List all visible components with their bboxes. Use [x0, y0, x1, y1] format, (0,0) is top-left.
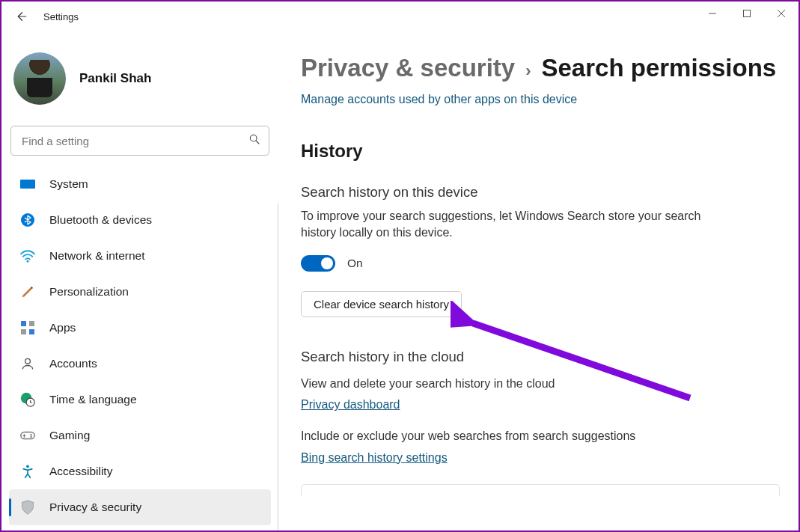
svg-point-19	[26, 465, 29, 468]
sidebar-item-personalization[interactable]: Personalization	[9, 274, 271, 310]
system-icon	[19, 176, 36, 192]
sidebar-item-label: Bluetooth & devices	[49, 213, 152, 227]
privacy-dashboard-link[interactable]: Privacy dashboard	[301, 398, 400, 412]
minimize-icon	[708, 9, 717, 18]
svg-point-8	[27, 260, 29, 263]
search-icon	[248, 133, 260, 148]
sidebar-item-label: Accessibility	[49, 465, 112, 478]
apps-icon	[19, 319, 36, 336]
sidebar-item-label: Accounts	[49, 357, 97, 370]
sidebar-item-privacy[interactable]: Privacy & security	[9, 489, 271, 525]
nav-list: System Bluetooth & devices Network & int…	[9, 166, 271, 525]
wifi-icon	[19, 248, 36, 264]
svg-rect-6	[20, 180, 35, 189]
next-card-stub	[301, 484, 780, 496]
chevron-right-icon: ›	[525, 61, 531, 81]
sidebar-item-system[interactable]: System	[9, 166, 271, 202]
svg-line-5	[256, 141, 259, 144]
close-button[interactable]	[764, 1, 799, 25]
svg-point-13	[25, 358, 31, 364]
user-name: Pankil Shah	[79, 71, 151, 86]
sidebar-item-label: System	[49, 177, 88, 191]
main-content: Privacy & security › Search permissions …	[278, 31, 799, 531]
window-title: Settings	[43, 11, 79, 22]
search-container	[10, 126, 269, 156]
device-history-desc: To improve your search suggestions, let …	[301, 208, 720, 242]
sidebar-divider	[278, 204, 278, 531]
paintbrush-icon	[19, 284, 36, 300]
device-history-toggle-row: On	[301, 255, 781, 272]
device-history-toggle[interactable]	[301, 255, 335, 272]
sidebar-item-label: Personalization	[49, 285, 129, 299]
cloud-history-title: Search history in the cloud	[301, 349, 781, 365]
cloud-history-desc2: Include or exclude your web searches fro…	[301, 428, 720, 444]
sidebar: Pankil Shah System Bluetooth & devices N…	[1, 31, 278, 531]
maximize-icon	[742, 9, 751, 18]
sidebar-item-label: Network & internet	[49, 249, 145, 263]
history-heading: History	[301, 141, 781, 162]
sidebar-item-apps[interactable]: Apps	[9, 310, 271, 346]
svg-rect-12	[29, 329, 34, 334]
close-icon	[777, 9, 786, 18]
shield-icon	[19, 499, 36, 516]
sidebar-item-label: Time & language	[49, 393, 137, 406]
sidebar-item-label: Gaming	[49, 429, 90, 442]
toggle-state-label: On	[347, 257, 363, 270]
back-arrow-icon	[14, 10, 28, 23]
svg-rect-10	[29, 321, 34, 326]
gamepad-icon	[19, 427, 36, 444]
sidebar-item-label: Privacy & security	[49, 501, 141, 514]
sidebar-item-label: Apps	[49, 321, 76, 334]
back-button[interactable]	[12, 7, 30, 25]
sidebar-item-gaming[interactable]: Gaming	[9, 418, 271, 453]
page-title: Search permissions	[542, 54, 777, 82]
svg-point-17	[30, 434, 31, 435]
minimize-button[interactable]	[695, 1, 730, 25]
globe-clock-icon	[19, 391, 36, 408]
breadcrumb-parent[interactable]: Privacy & security	[301, 54, 515, 82]
sidebar-item-accounts[interactable]: Accounts	[9, 346, 271, 382]
sidebar-item-network[interactable]: Network & internet	[9, 238, 271, 274]
svg-rect-1	[744, 10, 751, 17]
clear-history-button[interactable]: Clear device search history	[301, 291, 462, 317]
device-history-title: Search history on this device	[301, 184, 781, 201]
manage-accounts-link[interactable]: Manage accounts used by other apps on th…	[301, 93, 577, 106]
breadcrumb: Privacy & security › Search permissions	[301, 54, 781, 82]
maximize-button[interactable]	[730, 1, 764, 25]
svg-rect-11	[21, 329, 26, 334]
search-input[interactable]	[10, 126, 269, 156]
cloud-history-desc1: View and delete your search history in t…	[301, 376, 720, 392]
sidebar-item-time[interactable]: Time & language	[9, 382, 271, 418]
sidebar-item-accessibility[interactable]: Accessibility	[9, 453, 271, 489]
window-controls	[695, 1, 799, 25]
bluetooth-icon	[19, 212, 36, 228]
svg-point-18	[30, 436, 31, 438]
user-profile[interactable]: Pankil Shah	[9, 46, 271, 117]
person-icon	[19, 355, 36, 372]
sidebar-item-bluetooth[interactable]: Bluetooth & devices	[9, 202, 271, 238]
titlebar: Settings	[1, 1, 799, 31]
svg-rect-9	[21, 321, 26, 326]
bing-history-link[interactable]: Bing search history settings	[301, 451, 448, 465]
accessibility-icon	[19, 463, 36, 480]
avatar	[13, 52, 66, 105]
